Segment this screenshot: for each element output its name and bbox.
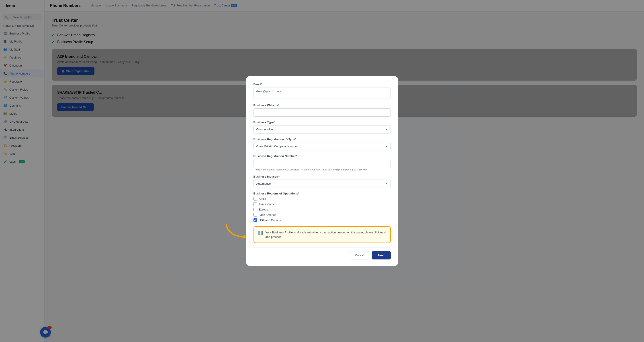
info-icon: ℹ️: [258, 230, 263, 235]
business-industry-select[interactable]: Automotive: [254, 179, 391, 188]
regions-checkboxes: Africa Asia / Pacific Europe Latin Ameri…: [254, 197, 391, 222]
region-label-africa: Africa: [259, 197, 266, 200]
regions-label: Business Regions of Operations*: [254, 192, 391, 195]
business-type-label: Business Type*: [254, 121, 391, 124]
business-type-field-group: Business Type* Co-operative: [254, 121, 391, 134]
region-checkbox-latin-america[interactable]: [254, 213, 257, 216]
regions-field-group: Business Regions of Operations* Africa A…: [254, 192, 391, 222]
modal-wrapper: Email* demo@gmail.com Business Website* …: [246, 76, 398, 266]
info-banner-text: Your Business Profile is already submitt…: [266, 230, 386, 239]
arrow-annotation: [224, 222, 248, 241]
reg-id-type-select[interactable]: Great Britain: Company Number: [254, 142, 391, 151]
region-latin-america: Latin America: [254, 213, 391, 216]
business-industry-field-group: Business Industry* Automotive: [254, 175, 391, 188]
svg-marker-0: [242, 235, 246, 239]
website-label: Business Website*: [254, 104, 391, 107]
region-europe: Europe: [254, 208, 391, 211]
email-field-group: Email* demo@gmail.com: [254, 83, 391, 100]
info-banner: ℹ️ Your Business Profile is already subm…: [254, 226, 391, 243]
cancel-button[interactable]: Cancel: [350, 251, 369, 259]
email-input[interactable]: demo@gmail.com: [254, 87, 391, 99]
region-label-usa-canada: USA and Canada: [259, 218, 281, 222]
reg-number-field-group: Business Registration Number* 123455667 …: [254, 155, 391, 171]
modal-footer: Cancel Next: [254, 247, 391, 259]
reg-number-input[interactable]: 123455667: [254, 159, 391, 167]
region-asia-pacific: Asia / Pacific: [254, 202, 391, 206]
reg-number-label: Business Registration Number*: [254, 155, 391, 158]
region-label-latin-america: Latin America: [259, 213, 276, 216]
reg-id-type-field-group: Business Registration ID Type* Great Bri…: [254, 138, 391, 151]
region-checkbox-europe[interactable]: [254, 208, 257, 211]
website-input[interactable]: demo.com: [254, 108, 391, 117]
business-industry-label: Business Industry*: [254, 175, 391, 178]
region-checkbox-africa[interactable]: [254, 197, 257, 200]
region-checkbox-asia-pacific[interactable]: [254, 202, 257, 206]
next-button[interactable]: Next: [372, 251, 390, 259]
region-africa: Africa: [254, 197, 391, 200]
reg-number-helper: The number used to identify your busines…: [254, 168, 391, 171]
region-label-europe: Europe: [259, 208, 268, 211]
modal-dialog: Email* demo@gmail.com Business Website* …: [246, 76, 398, 266]
website-field-group: Business Website* demo.com: [254, 104, 391, 117]
modal-overlay[interactable]: Email* demo@gmail.com Business Website* …: [0, 0, 644, 342]
email-label: Email*: [254, 83, 391, 86]
region-label-asia-pacific: Asia / Pacific: [259, 202, 275, 206]
region-usa-canada: USA and Canada: [254, 218, 391, 222]
reg-id-type-label: Business Registration ID Type*: [254, 138, 391, 141]
business-type-select[interactable]: Co-operative: [254, 125, 391, 134]
region-checkbox-usa-canada[interactable]: [254, 218, 257, 222]
